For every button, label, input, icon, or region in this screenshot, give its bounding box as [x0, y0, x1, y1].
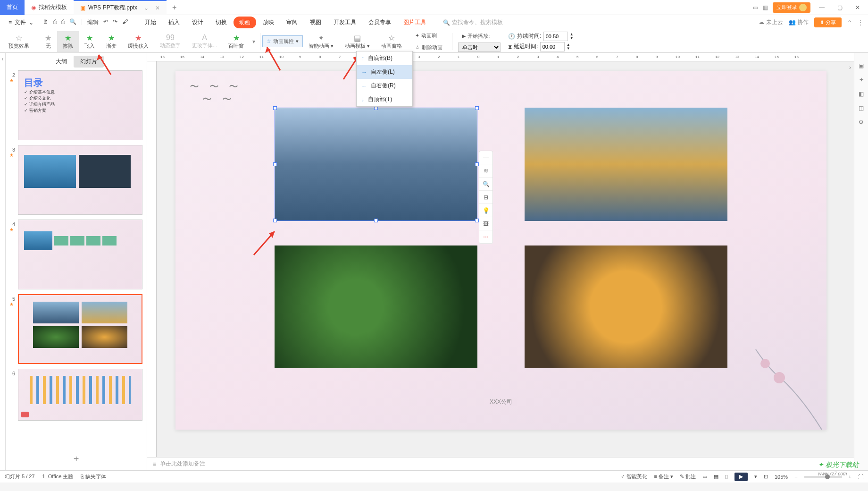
tab-review[interactable]: 审阅 — [281, 17, 303, 28]
notes-bar[interactable]: ≡ 单击此处添加备注 — [147, 457, 854, 470]
dropdown-icon[interactable]: ⌄ — [144, 5, 149, 11]
brush-icon[interactable]: 🖌 — [122, 18, 128, 26]
slide[interactable]: 〜 〜 〜 〜 〜 — ≋ 🔍 — [175, 71, 826, 430]
resize-handle[interactable] — [273, 219, 277, 222]
tab-file[interactable]: ▣ WPS PPT教程.pptx ⌄ ✕ — [74, 0, 167, 15]
delay-input[interactable] — [540, 42, 565, 51]
dir-left[interactable]: →自左侧(L) — [357, 65, 412, 79]
view-reading-icon[interactable]: ▯ — [725, 474, 728, 480]
image-2[interactable] — [525, 108, 727, 221]
spinner-icon[interactable]: ▲▼ — [570, 33, 574, 40]
login-button[interactable]: 立即登录 — [773, 2, 810, 13]
resize-handle[interactable] — [374, 106, 378, 110]
resize-handle[interactable] — [374, 219, 378, 222]
close-button[interactable]: ✕ — [851, 1, 864, 14]
add-tab-button[interactable]: + — [167, 3, 182, 12]
tab-dev[interactable]: 开发工具 — [328, 17, 362, 28]
anim-none[interactable]: ★ 无 — [39, 31, 57, 52]
image-icon[interactable]: 🖼 — [479, 217, 492, 230]
spinner-icon[interactable]: ▲▼ — [567, 43, 570, 51]
image-4[interactable] — [525, 246, 727, 368]
preview-effect[interactable]: ☆ 预览效果 — [3, 31, 35, 52]
rail-settings-icon[interactable]: ⚙ — [859, 119, 864, 126]
dir-bottom[interactable]: ↑自底部(B) — [357, 51, 412, 65]
anim-blinds[interactable]: ★ 百叶窗 — [223, 31, 250, 52]
image-3[interactable] — [275, 246, 477, 368]
tab-home[interactable]: 首页 — [0, 0, 25, 15]
anim-property[interactable]: ☆ 动画属性 ▾ — [262, 35, 303, 47]
tab-start[interactable]: 开始 — [139, 17, 162, 28]
resize-handle[interactable] — [475, 219, 479, 222]
collapse-right-icon[interactable]: › — [849, 64, 851, 71]
thumbnail-5[interactable] — [18, 294, 142, 364]
zoom-out-icon[interactable]: − — [794, 474, 797, 480]
delete-anim[interactable]: ☆ 删除动画 — [411, 42, 446, 53]
export-icon[interactable]: ⎙ — [53, 18, 57, 26]
gallery-more-icon[interactable]: ▾ — [250, 38, 258, 45]
collapse-icon[interactable]: — — [479, 151, 492, 164]
view-sorter-icon[interactable]: ▦ — [714, 474, 718, 480]
rail-shape-icon[interactable]: ◧ — [859, 91, 864, 97]
view-normal-icon[interactable]: ▭ — [702, 474, 707, 480]
layers-icon[interactable]: ≋ — [479, 164, 492, 178]
anim-pane[interactable]: ☆ 动画窗格 — [376, 31, 408, 52]
collapse-icon[interactable]: ⌃ — [847, 19, 852, 26]
resize-handle[interactable] — [273, 106, 277, 110]
pdf-icon[interactable]: 🗎 — [43, 18, 49, 26]
smart-anim[interactable]: ✦ 智能动画 ▾ — [303, 31, 339, 52]
notes-toggle[interactable]: ≡ 备注 ▾ — [654, 473, 673, 480]
smart-beautify[interactable]: ✓ 智能美化 — [621, 473, 647, 480]
expand-icon[interactable]: ⛶ — [858, 474, 863, 480]
tab-template[interactable]: ◉ 找稻壳模板 — [25, 0, 74, 15]
thumbnail-6[interactable] — [18, 369, 142, 421]
collapse-panel[interactable]: ‹ — [0, 53, 6, 470]
more-icon[interactable]: ⋯ — [479, 230, 492, 244]
fit-icon[interactable]: ⊡ — [764, 474, 768, 480]
rail-crop-icon[interactable]: ◫ — [859, 105, 864, 111]
zoom-icon[interactable]: 🔍 — [479, 178, 492, 191]
thumbnail-4[interactable] — [18, 220, 142, 289]
close-tab-icon[interactable]: ✕ — [155, 5, 160, 11]
maximize-button[interactable]: ▢ — [833, 1, 846, 14]
image-selected[interactable]: — ≋ 🔍 ⊟ 💡 🖼 ⋯ — [275, 108, 477, 221]
dir-right[interactable]: ←自右侧(R) — [357, 79, 412, 93]
tab-design[interactable]: 设计 — [186, 17, 209, 28]
anim-brush[interactable]: ✦ 动画刷 — [411, 30, 446, 41]
comments-toggle[interactable]: ✎ 批注 — [680, 473, 696, 480]
minimize-button[interactable]: — — [815, 1, 828, 14]
idea-icon[interactable]: 💡 — [479, 204, 492, 217]
anim-wipe[interactable]: ★ 擦除 — [57, 31, 79, 52]
slideshow-button[interactable]: ▶ — [734, 473, 748, 481]
tab-insert[interactable]: 插入 — [163, 17, 185, 28]
dir-top[interactable]: ↓自顶部(T) — [357, 93, 412, 106]
more-icon[interactable]: ⋮ — [858, 19, 863, 26]
crop-icon[interactable]: ⊟ — [479, 191, 492, 204]
file-menu[interactable]: ≡ 文件 ⌄ — [5, 18, 37, 26]
layout-icon[interactable]: ▭ — [753, 4, 758, 11]
cloud-status[interactable]: ☁ 未上云 — [759, 18, 783, 26]
share-button[interactable]: ⬆ 分享 — [814, 17, 842, 27]
anim-template[interactable]: ▤ 动画模板 ▾ — [339, 31, 376, 52]
resize-handle[interactable] — [273, 162, 277, 166]
anim-fade[interactable]: ★ 渐变 — [100, 31, 122, 52]
rail-select-icon[interactable]: ▣ — [859, 62, 864, 69]
tab-slideshow[interactable]: 放映 — [257, 17, 280, 28]
anim-flyin[interactable]: ★ 飞入 — [79, 31, 100, 52]
tab-picturetools[interactable]: 图片工具 — [398, 17, 432, 28]
slides-tab[interactable]: 幻灯片 — [74, 56, 104, 68]
missing-font[interactable]: ⎘ 缺失字体 — [81, 473, 106, 480]
tab-view[interactable]: 视图 — [304, 17, 327, 28]
outline-tab[interactable]: 大纲 — [49, 56, 74, 68]
add-slide-button[interactable]: + — [6, 448, 147, 470]
undo-icon[interactable]: ↶ — [103, 18, 108, 26]
anim-slow[interactable]: ★ 缓慢移入 — [122, 31, 154, 52]
thumbnail-2[interactable]: 目录 ✓ 介绍基本信息 ✓ 介绍公文化 ✓ 详细介绍产品 ✓ 营销方案 — [18, 70, 142, 140]
redo-icon[interactable]: ↷ — [113, 18, 117, 26]
thumbnail-3[interactable] — [18, 145, 142, 215]
edit-label[interactable]: 编辑 — [87, 18, 99, 26]
resize-handle[interactable] — [475, 106, 479, 110]
collab-button[interactable]: 👥 协作 — [789, 18, 809, 26]
grid-icon[interactable]: ▦ — [763, 4, 768, 11]
search-command[interactable]: 🔍 查找命令、搜索模板 — [443, 18, 503, 26]
rail-style-icon[interactable]: ✦ — [859, 76, 864, 83]
